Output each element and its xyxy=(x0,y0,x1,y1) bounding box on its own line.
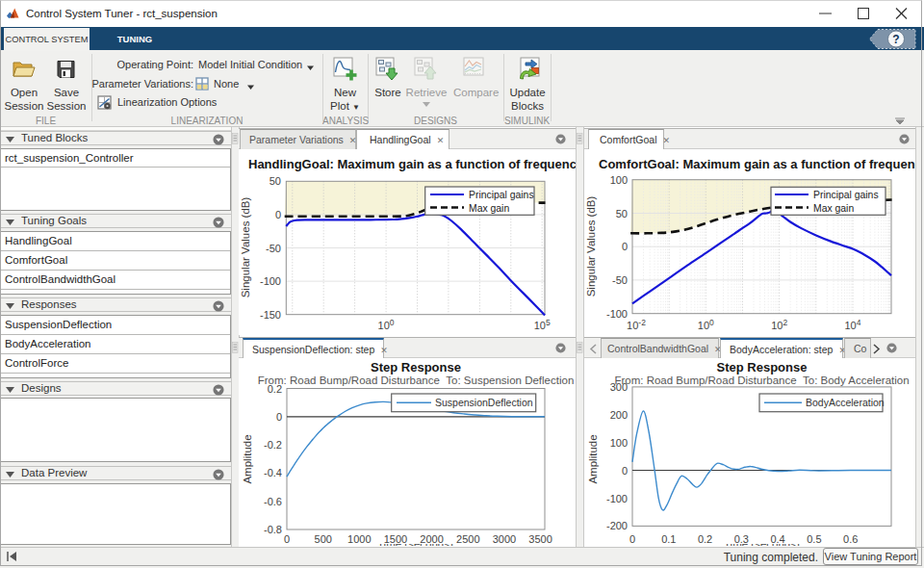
svg-text:Singular Values (dB): Singular Values (dB) xyxy=(585,196,597,297)
svg-text:-150: -150 xyxy=(260,309,281,321)
svg-text:Principal gains: Principal gains xyxy=(469,190,534,200)
svg-text:0: 0 xyxy=(276,411,282,423)
svg-text:50: 50 xyxy=(270,175,281,187)
svg-text:Step Response: Step Response xyxy=(371,360,461,374)
svg-text:1000: 1000 xyxy=(347,533,371,545)
svg-text:Amplitude: Amplitude xyxy=(242,434,253,483)
svg-text:Max gain: Max gain xyxy=(469,203,509,214)
svg-text:100: 100 xyxy=(698,318,714,331)
svg-text:3000: 3000 xyxy=(493,533,516,545)
svg-text:SuspensionDeflection: SuspensionDeflection xyxy=(435,397,533,408)
svg-text:Singular Values (dB): Singular Values (dB) xyxy=(240,197,251,298)
svg-text:ComfortGoal: Maximum gain as a: ComfortGoal: Maximum gain as a function … xyxy=(599,157,915,171)
svg-text:0: 0 xyxy=(622,241,628,252)
svg-text:50: 50 xyxy=(616,208,628,219)
svg-text:0.2: 0.2 xyxy=(698,533,712,545)
svg-text:0: 0 xyxy=(284,533,290,545)
svg-text:From: Road Bump/Road Disturban: From: Road Bump/Road Disturbance To: Sus… xyxy=(258,374,575,386)
svg-text:HandlingGoal: Maximum gain as: HandlingGoal: Maximum gain as a function… xyxy=(248,157,576,171)
svg-text:From: Road Bump/Road Disturban: From: Road Bump/Road Disturbance To: Bod… xyxy=(614,374,909,386)
svg-text:0.6: 0.6 xyxy=(843,533,858,545)
svg-text:0.2: 0.2 xyxy=(268,383,282,395)
svg-text:300: 300 xyxy=(610,381,628,393)
svg-text:Max gain: Max gain xyxy=(813,203,854,214)
svg-text:102: 102 xyxy=(771,318,787,331)
svg-text:-100: -100 xyxy=(260,275,281,287)
svg-text:Principal gains: Principal gains xyxy=(813,190,879,200)
svg-text:0: 0 xyxy=(275,209,281,220)
svg-text:-0.4: -0.4 xyxy=(264,467,282,478)
svg-text:100: 100 xyxy=(610,437,628,449)
svg-text:0: 0 xyxy=(629,533,635,545)
svg-text:-200: -200 xyxy=(606,520,628,531)
svg-text:-50: -50 xyxy=(612,274,628,286)
svg-text:?: ? xyxy=(892,33,899,46)
svg-text:200: 200 xyxy=(610,409,628,421)
svg-text:-0.2: -0.2 xyxy=(264,439,282,451)
svg-text:0.1: 0.1 xyxy=(661,533,676,545)
svg-text:105: 105 xyxy=(534,318,551,331)
svg-text:500: 500 xyxy=(315,533,332,545)
svg-text:BodyAcceleration: BodyAcceleration xyxy=(806,397,885,408)
svg-text:-50: -50 xyxy=(266,243,281,254)
svg-text:Step Response: Step Response xyxy=(717,360,808,374)
svg-text:3500: 3500 xyxy=(528,533,552,545)
svg-text:Amplitude: Amplitude xyxy=(587,434,599,483)
svg-text:-100: -100 xyxy=(606,493,628,504)
svg-text:104: 104 xyxy=(844,318,860,331)
svg-text:0: 0 xyxy=(622,465,628,477)
svg-text:10-2: 10-2 xyxy=(627,318,646,331)
svg-text:-100: -100 xyxy=(606,308,628,320)
svg-text:-0.6: -0.6 xyxy=(264,496,282,507)
svg-text:100: 100 xyxy=(378,318,395,331)
svg-text:-0.8: -0.8 xyxy=(264,524,282,535)
svg-text:100: 100 xyxy=(610,174,628,186)
